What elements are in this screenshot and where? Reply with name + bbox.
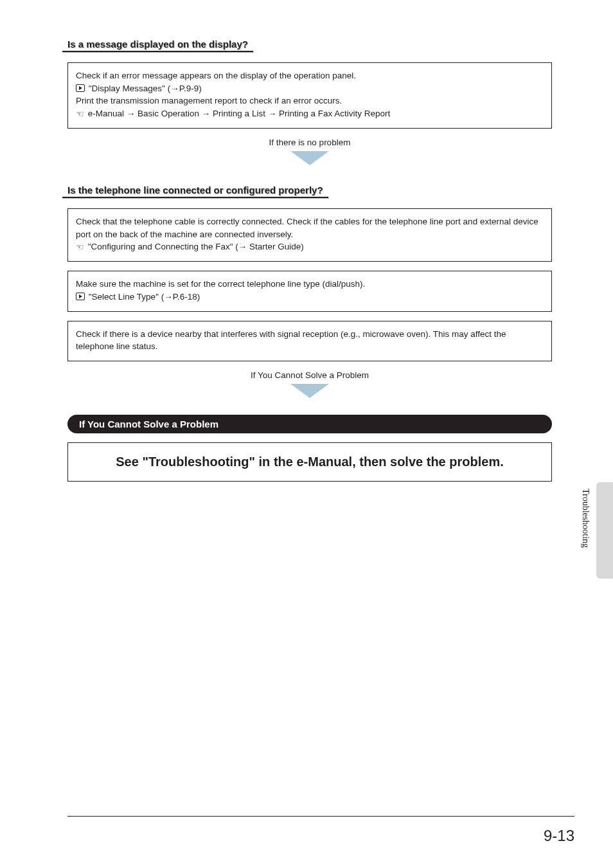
play-ref-icon <box>76 293 85 300</box>
ref-text: "Select Line Type" (→P.6-18) <box>89 292 200 302</box>
ref-text: "Configuring and Connecting the Fax" (→ … <box>88 242 304 251</box>
cross-ref: "Select Line Type" (→P.6-18) <box>76 291 544 303</box>
info-box-error-message: Check if an error message appears on the… <box>67 62 552 129</box>
footer-rule <box>67 816 574 817</box>
heading-message-displayed: Is a message displayed on the display? <box>67 39 248 51</box>
down-arrow-icon <box>290 151 329 165</box>
text-line: Check if there is a device nearby that i… <box>76 328 544 353</box>
flow-label: If there is no problem <box>67 138 552 147</box>
callout-see-troubleshooting: See "Troubleshooting" in the e-Manual, t… <box>67 442 552 482</box>
ref-text: "Display Messages" (→P.9-9) <box>89 84 202 93</box>
cross-ref: ☜ "Configuring and Connecting the Fax" (… <box>76 240 544 253</box>
page-number: 9-13 <box>544 827 574 845</box>
text-line: Check that the telephone cable is correc… <box>76 215 544 240</box>
hand-point-icon: ☜ <box>76 107 84 120</box>
hand-point-icon: ☜ <box>76 240 84 253</box>
flow-label: If You Cannot Solve a Problem <box>67 370 552 380</box>
heading-telephone-line: Is the telephone line connected or confi… <box>67 185 323 197</box>
text-line: Check if an error message appears on the… <box>76 69 544 82</box>
info-box-cable-check: Check that the telephone cable is correc… <box>67 208 552 262</box>
text-line: Make sure the machine is set for the cor… <box>76 278 544 291</box>
ref-text: e-Manual → Basic Operation → Printing a … <box>88 109 390 118</box>
thumb-tab <box>596 482 613 579</box>
cross-ref: ☜ e-Manual → Basic Operation → Printing … <box>76 107 544 120</box>
text-line: Print the transmission management report… <box>76 95 544 107</box>
section-pill-cannot-solve: If You Cannot Solve a Problem <box>67 415 552 433</box>
info-box-interference: Check if there is a device nearby that i… <box>67 321 552 361</box>
cross-ref: "Display Messages" (→P.9-9) <box>76 82 544 95</box>
info-box-line-type: Make sure the machine is set for the cor… <box>67 271 552 311</box>
play-ref-icon <box>76 84 85 92</box>
thumb-tab-label: Troubleshooting <box>580 489 591 548</box>
down-arrow-icon <box>290 384 329 398</box>
